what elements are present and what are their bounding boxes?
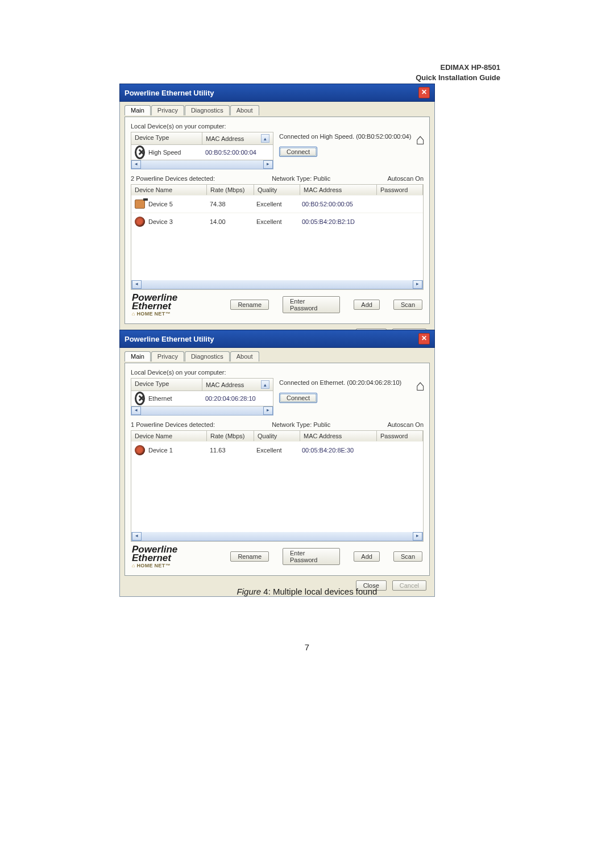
scan-button[interactable]: Scan xyxy=(393,300,422,310)
close-icon[interactable]: ✕ xyxy=(418,87,430,98)
page-number: 7 xyxy=(0,642,614,652)
tab-pane-main: Local Device(s) on your computer: Device… xyxy=(125,117,430,324)
connection-area: ⌂ Connected on Ethernet. (00:20:04:06:28… xyxy=(276,378,424,403)
remote-table-body: Device 5 74.38 Excellent 00:B0:52:00:00:… xyxy=(131,195,423,280)
col-rate: Rate (Mbps) xyxy=(207,431,254,441)
local-device-mac: 00:B0:52:00:00:04 xyxy=(202,147,272,158)
col-mac: MAC Address xyxy=(300,431,377,441)
remote-table-header: Device Name Rate (Mbps) Quality MAC Addr… xyxy=(131,185,423,195)
tab-strip: Main Privacy Diagnostics About xyxy=(125,105,430,115)
header-line-1: EDIMAX HP-8501 xyxy=(441,63,500,72)
table-row[interactable]: Device 1 11.63 Excellent 00:05:B4:20:8E:… xyxy=(131,441,423,459)
cell-password xyxy=(375,201,423,207)
col-device-type: Device Type xyxy=(131,379,202,391)
figure-number: 4 xyxy=(263,587,268,596)
connect-button[interactable]: Connect xyxy=(279,147,317,157)
scroll-left-icon[interactable]: ◂ xyxy=(132,532,142,541)
scroll-up-icon[interactable]: ▴ xyxy=(261,380,269,389)
scroll-right-icon[interactable]: ▸ xyxy=(413,280,422,289)
tab-strip: Main Privacy Diagnostics About xyxy=(125,351,430,362)
cell-quality: Excellent xyxy=(253,443,298,457)
col-mac: MAC Address xyxy=(300,185,377,195)
scan-button[interactable]: Scan xyxy=(393,551,422,562)
enter-password-button[interactable]: Enter Password xyxy=(283,296,340,313)
connect-button[interactable]: Connect xyxy=(279,393,317,403)
branding-row: Powerline Ethernet ⌂ HOME NET™ Rename En… xyxy=(131,542,424,570)
local-device-row[interactable]: Ethernet 00:20:04:06:28:10 xyxy=(131,391,273,406)
col-quality: Quality xyxy=(254,431,300,441)
col-device-name: Device Name xyxy=(131,431,207,441)
local-device-list: Device Type MAC Address ▴ High Speed 00:… xyxy=(131,132,273,169)
enter-password-button[interactable]: Enter Password xyxy=(283,548,340,565)
scroll-up-icon[interactable]: ▴ xyxy=(261,134,269,143)
local-device-list: Device Type MAC Address ▴ Ethernet 00:20… xyxy=(131,378,273,416)
close-icon[interactable]: ✕ xyxy=(418,333,430,344)
scroll-left-icon[interactable]: ◂ xyxy=(131,160,141,169)
scroll-right-icon[interactable]: ▸ xyxy=(263,406,273,415)
brand-subtext: ⌂ HOME NET™ xyxy=(132,311,217,317)
scroll-left-icon[interactable]: ◂ xyxy=(132,280,142,289)
local-device-row[interactable]: High Speed 00:B0:52:00:00:04 xyxy=(131,144,273,160)
cell-device-name: Device 3 xyxy=(148,218,173,225)
local-device-mac: 00:20:04:06:28:10 xyxy=(202,393,272,404)
tab-about[interactable]: About xyxy=(230,105,259,115)
network-type-label: Network Type: Public xyxy=(272,421,330,428)
table-row[interactable]: Device 5 74.38 Excellent 00:B0:52:00:00:… xyxy=(131,195,423,213)
local-hscroll[interactable]: ◂ ▸ xyxy=(131,160,273,169)
table-row[interactable]: Device 3 14.00 Excellent 00:05:B4:20:B2:… xyxy=(131,213,423,230)
figure-caption: Figure 4: Multiple local devices found xyxy=(0,587,614,596)
brand-text: Powerline Ethernet xyxy=(132,545,217,563)
brand-block: Powerline Ethernet ⌂ HOME NET™ xyxy=(132,293,217,317)
cell-device-name: Device 5 xyxy=(148,201,173,207)
tab-diagnostics[interactable]: Diagnostics xyxy=(185,351,230,362)
col-mac-address: MAC Address ▴ xyxy=(202,132,273,144)
tab-diagnostics[interactable]: Diagnostics xyxy=(185,105,230,115)
local-device-header: Device Type MAC Address ▴ xyxy=(131,132,273,144)
col-mac-address-label: MAC Address xyxy=(206,381,244,388)
tab-main[interactable]: Main xyxy=(125,351,151,362)
status-row: 2 Powerline Devices detected: Network Ty… xyxy=(131,175,424,182)
cell-rate: 14.00 xyxy=(206,215,253,229)
add-button[interactable]: Add xyxy=(354,300,380,310)
local-hscroll[interactable]: ◂ ▸ xyxy=(131,406,273,416)
connection-status: Connected on Ethernet. (00:20:04:06:28:1… xyxy=(279,379,424,386)
connection-status: Connected on High Speed. (00:B0:52:00:00… xyxy=(279,133,424,140)
title-bar: Powerline Ethernet Utility ✕ xyxy=(119,330,435,348)
remote-hscroll[interactable]: ◂ ▸ xyxy=(131,532,423,541)
remote-table-body: Device 1 11.63 Excellent 00:05:B4:20:8E:… xyxy=(131,441,423,532)
rename-button[interactable]: Rename xyxy=(230,300,269,310)
remote-devices-table: Device Name Rate (Mbps) Quality MAC Addr… xyxy=(131,430,424,542)
tab-privacy[interactable]: Privacy xyxy=(151,351,184,362)
device-gear-icon xyxy=(135,217,145,227)
cell-mac: 00:B0:52:00:00:05 xyxy=(298,197,375,211)
status-row: 1 Powerline Devices detected: Network Ty… xyxy=(131,421,424,428)
cell-mac: 00:05:B4:20:B2:1D xyxy=(298,215,375,229)
scroll-right-icon[interactable]: ▸ xyxy=(413,532,422,541)
devices-detected-label: 1 Powerline Devices detected: xyxy=(131,421,215,428)
scroll-right-icon[interactable]: ▸ xyxy=(263,160,273,169)
cell-mac: 00:05:B4:20:8E:30 xyxy=(298,443,375,457)
device-icon xyxy=(135,199,145,209)
device-gear-icon xyxy=(135,445,145,455)
rename-button[interactable]: Rename xyxy=(230,551,269,562)
home-icon: ⌂ xyxy=(416,377,425,394)
home-glyph-icon: ⌂ xyxy=(132,563,135,568)
cell-rate: 74.38 xyxy=(206,197,253,211)
add-button[interactable]: Add xyxy=(354,551,380,562)
figure-prefix: Figure xyxy=(237,587,264,596)
tab-about[interactable]: About xyxy=(230,351,259,362)
tab-privacy[interactable]: Privacy xyxy=(151,105,184,115)
network-type-label: Network Type: Public xyxy=(272,175,330,182)
remote-devices-table: Device Name Rate (Mbps) Quality MAC Addr… xyxy=(131,184,424,290)
brand-sub-label: HOME NET xyxy=(137,311,165,317)
dialog-window-2: Powerline Ethernet Utility ✕ Main Privac… xyxy=(119,330,435,597)
cell-rate: 11.63 xyxy=(206,443,253,457)
tab-main[interactable]: Main xyxy=(125,105,151,115)
cell-password xyxy=(375,447,423,454)
local-devices-label: Local Device(s) on your computer: xyxy=(131,123,424,130)
home-icon: ⌂ xyxy=(416,131,425,148)
remote-hscroll[interactable]: ◂ ▸ xyxy=(131,280,423,289)
scroll-left-icon[interactable]: ◂ xyxy=(131,406,141,415)
brand-subtext: ⌂ HOME NET™ xyxy=(132,563,217,568)
local-device-type: Ethernet xyxy=(148,395,172,402)
